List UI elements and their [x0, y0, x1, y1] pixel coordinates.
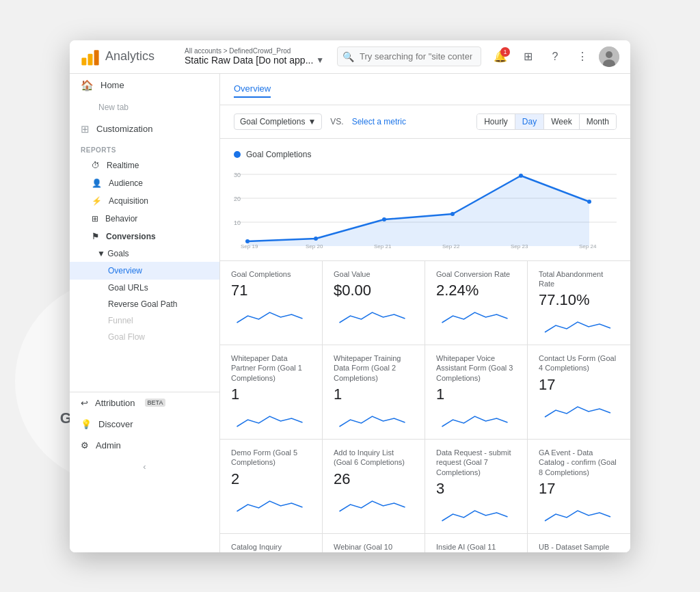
metric-label-5: Whitepaper Training Data Form (Goal 2 Co… [334, 353, 414, 383]
realtime-label: Realtime [107, 161, 139, 170]
svg-text:20: 20 [234, 196, 241, 202]
audience-label: Audience [109, 178, 143, 188]
chart-legend-label: Goal Completions [246, 150, 311, 159]
svg-point-20 [587, 200, 591, 204]
search-input[interactable] [337, 46, 481, 66]
breadcrumb-path: All accounts > DefinedCrowd_Prod [185, 47, 329, 55]
sidebar-item-conversions[interactable]: ⚑ Conversions [70, 228, 219, 245]
metric-card-14: Inside AI (Goal 11 Completions)0 [425, 534, 528, 552]
metric-card-6: Whitepaper Voice Assistant Form (Goal 3 … [425, 345, 528, 440]
audience-icon: 👤 [92, 178, 102, 188]
sidebar-item-admin[interactable]: ⚙ Admin [70, 435, 219, 456]
notification-bell[interactable]: 🔔 1 [489, 46, 511, 68]
select-metric-link[interactable]: Select a metric [352, 117, 406, 126]
apps-grid-icon[interactable]: ⊞ [517, 46, 539, 68]
sidebar-item-reverse-goal-path[interactable]: Reverse Goal Path [70, 296, 219, 312]
sidebar-item-realtime[interactable]: ⏱ Realtime [70, 157, 219, 174]
time-btn-day[interactable]: Day [515, 114, 544, 129]
svg-text:Sep 19: Sep 19 [241, 243, 258, 250]
sparkline-2 [436, 304, 516, 324]
overview-label: Overview [108, 266, 142, 275]
sidebar-item-goal-flow[interactable]: Goal Flow [70, 329, 219, 345]
svg-text:Sep 23: Sep 23 [511, 243, 528, 250]
metric-label-3: Total Abandonment Rate [539, 269, 619, 289]
controls-bar: Goal Completions ▼ VS. Select a metric H… [220, 105, 630, 139]
chart-area: Goal Completions 30 20 10 [220, 139, 630, 261]
behavior-label: Behavior [105, 214, 137, 224]
behavior-icon: ⊞ [92, 214, 98, 224]
metric-label-8: Demo Form (Goal 5 Completions) [231, 448, 311, 468]
content-area: Overview Goal Completions ▼ VS. Select a… [220, 74, 630, 552]
metric-label-11: GA Event - Data Catalog - confirm (Goal … [539, 448, 619, 477]
search-wrapper: 🔍 [337, 46, 481, 66]
svg-point-18 [450, 212, 455, 216]
metric-label-13: Webinar (Goal 10 Completions) [334, 542, 414, 552]
sidebar-item-new-tab[interactable]: New tab [70, 97, 219, 118]
home-label: Home [100, 80, 124, 90]
sparkline-1 [334, 304, 414, 324]
sidebar-item-overview[interactable]: Overview [70, 262, 219, 280]
svg-text:30: 30 [234, 172, 241, 178]
avatar[interactable] [599, 46, 619, 67]
property-dropdown-arrow: ▼ [316, 55, 324, 65]
metric-label-15: UB - Dataset Sample (Goal 12 Completions… [539, 542, 619, 552]
metric-card-4: Whitepaper Data Partner Form (Goal 1 Com… [220, 345, 323, 440]
vs-text: VS. [330, 117, 343, 126]
svg-point-19 [519, 174, 523, 178]
sidebar-item-audience[interactable]: 👤 Audience [70, 174, 219, 192]
metric-label-14: Inside AI (Goal 11 Completions) [436, 542, 516, 552]
customization-label: Customization [96, 124, 152, 134]
property-name: Static Raw Data [Do not app... [185, 55, 313, 66]
metric-dropdown[interactable]: Goal Completions ▼ [234, 113, 322, 130]
time-btn-month[interactable]: Month [580, 114, 616, 129]
sparkline-6 [436, 407, 516, 428]
metric-card-1: Goal Value$0.00 [323, 261, 425, 346]
home-icon: 🏠 [81, 79, 94, 92]
sidebar-item-funnel[interactable]: Funnel [70, 312, 219, 329]
metric-value-7: 17 [539, 376, 619, 394]
metric-card-0: Goal Completions71 [220, 261, 323, 346]
metric-card-3: Total Abandonment Rate77.10% [528, 261, 630, 346]
sidebar-item-goal-urls[interactable]: Goal URLs [70, 280, 219, 296]
app-title: Analytics [105, 49, 154, 64]
metric-card-15: UB - Dataset Sample (Goal 12 Completions… [528, 534, 630, 552]
legend-dot [234, 151, 241, 158]
logo-area: Analytics [81, 47, 176, 66]
main-layout: 🏠 Home New tab ⊞ Customization REPORTS ⏱… [70, 74, 630, 552]
ga-logo-icon [81, 47, 100, 66]
sidebar-item-customization[interactable]: ⊞ Customization [70, 118, 219, 141]
property-selector[interactable]: Static Raw Data [Do not app... ▼ [185, 55, 329, 66]
metric-value-5: 1 [334, 386, 414, 403]
search-icon: 🔍 [342, 51, 354, 62]
admin-label: Admin [96, 440, 121, 450]
time-btn-week[interactable]: Week [544, 114, 579, 129]
metric-value-10: 3 [436, 480, 516, 498]
account-info: All accounts > DefinedCrowd_Prod Static … [185, 47, 329, 66]
sidebar-item-home[interactable]: 🏠 Home [70, 74, 219, 97]
metric-value-11: 17 [539, 480, 619, 498]
help-icon[interactable]: ? [544, 46, 566, 68]
sparkline-4 [231, 407, 311, 428]
metric-card-13: Webinar (Goal 10 Completions)0 [323, 534, 425, 552]
metric-card-8: Demo Form (Goal 5 Completions)2 [220, 440, 323, 534]
sidebar-item-behavior[interactable]: ⊞ Behavior [70, 210, 219, 228]
sidebar-item-discover[interactable]: 💡 Discover [70, 414, 219, 435]
sidebar-item-attribution[interactable]: ↩ Attribution BETA [70, 392, 219, 414]
attribution-badge: BETA [145, 399, 166, 407]
attribution-label: Attribution [95, 398, 135, 408]
more-options-icon[interactable]: ⋮ [571, 46, 593, 68]
time-controls: Hourly Day Week Month [476, 113, 617, 130]
collapse-sidebar-button[interactable]: ‹ [70, 456, 219, 477]
sparkline-8 [231, 492, 311, 513]
tab-overview[interactable]: Overview [234, 81, 271, 98]
sparkline-10 [436, 502, 516, 522]
acquisition-label: Acquisition [109, 196, 148, 206]
metric-value-1: $0.00 [334, 282, 414, 299]
sidebar-item-acquisition[interactable]: ⚡ Acquisition [70, 192, 219, 210]
svg-text:Sep 21: Sep 21 [374, 243, 392, 250]
customization-icon: ⊞ [81, 123, 90, 135]
reports-section-label: REPORTS [70, 141, 219, 157]
sidebar-item-goals[interactable]: ▼ Goals [70, 245, 219, 262]
metric-card-5: Whitepaper Training Data Form (Goal 2 Co… [323, 345, 425, 440]
time-btn-hourly[interactable]: Hourly [477, 114, 515, 129]
